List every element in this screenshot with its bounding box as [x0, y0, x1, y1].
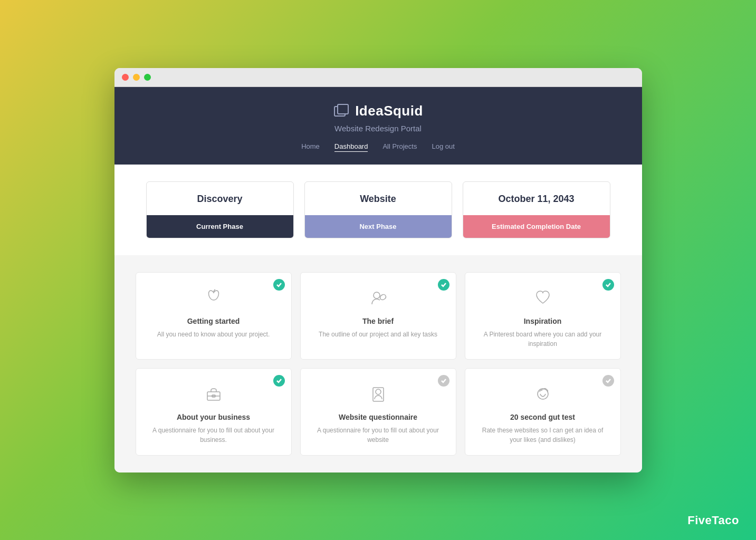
phase-completion-title: October 11, 2043 [463, 182, 610, 215]
task-check-getting-started [273, 279, 285, 291]
task-icon-brief [366, 285, 391, 311]
task-name-website-questionnaire: Website questionnaire [311, 413, 445, 421]
svg-point-8 [538, 389, 548, 399]
task-desc-inspiration: A Pinterest board where you can add your… [476, 330, 610, 349]
tasks-grid: Getting started All you need to know abo… [136, 272, 621, 456]
task-card-brief[interactable]: The brief The outline of our project and… [300, 272, 456, 360]
task-icon-website-questionnaire [366, 381, 391, 407]
task-card-gut-test[interactable]: 20 second gut test Rate these websites s… [465, 368, 621, 456]
task-name-inspiration: Inspiration [476, 317, 610, 325]
task-check-gut-test [602, 375, 614, 387]
phase-discovery-title: Discovery [147, 182, 293, 215]
task-name-business: About your business [147, 413, 281, 421]
svg-point-2 [374, 292, 380, 298]
task-card-website-questionnaire[interactable]: Website questionnaire A questionnaire fo… [300, 368, 456, 456]
phase-website-title: Website [305, 182, 452, 215]
logo-container: IdeaSquid [125, 103, 631, 120]
task-check-brief [438, 279, 449, 291]
app-subtitle: Website Redesign Portal [125, 124, 631, 133]
tasks-section: Getting started All you need to know abo… [114, 255, 642, 472]
window-titlebar [114, 68, 642, 87]
task-desc-getting-started: All you need to know about your project. [147, 330, 281, 339]
task-check-inspiration [602, 279, 614, 291]
main-nav: Home Dashboard All Projects Log out [125, 142, 631, 152]
task-icon-gut-test [530, 381, 556, 407]
nav-dashboard[interactable]: Dashboard [334, 142, 368, 152]
footer-brand: FiveTaco [687, 514, 739, 527]
close-button[interactable] [122, 74, 129, 81]
svg-point-7 [376, 389, 381, 394]
task-icon-inspiration [530, 285, 556, 311]
phase-website-badge: Next Phase [305, 215, 452, 238]
task-icon-getting-started [201, 285, 226, 311]
task-desc-website-questionnaire: A questionnaire for you to fill out abou… [311, 426, 445, 445]
nav-logout[interactable]: Log out [432, 142, 454, 152]
task-desc-gut-test: Rate these websites so I can get an idea… [476, 426, 610, 445]
task-desc-brief: The outline of our project and all key t… [311, 330, 445, 339]
minimize-button[interactable] [133, 74, 140, 81]
phase-card-completion: October 11, 2043 Estimated Completion Da… [463, 181, 610, 238]
task-check-business [273, 375, 285, 387]
app-window: IdeaSquid Website Redesign Portal Home D… [114, 68, 642, 472]
nav-home[interactable]: Home [301, 142, 320, 152]
task-card-inspiration[interactable]: Inspiration A Pinterest board where you … [465, 272, 621, 360]
phase-card-discovery: Discovery Current Phase [146, 181, 294, 238]
phase-card-website: Website Next Phase [304, 181, 452, 238]
task-name-gut-test: 20 second gut test [476, 413, 610, 421]
task-desc-business: A questionnaire for you to fill out abou… [147, 426, 281, 445]
app-header: IdeaSquid Website Redesign Portal Home D… [114, 87, 642, 165]
logo-icon [333, 103, 350, 120]
task-card-getting-started[interactable]: Getting started All you need to know abo… [136, 272, 292, 360]
nav-all-projects[interactable]: All Projects [382, 142, 417, 152]
task-name-brief: The brief [311, 317, 445, 325]
maximize-button[interactable] [144, 74, 151, 81]
app-title: IdeaSquid [355, 103, 423, 119]
task-check-website-questionnaire [438, 375, 449, 387]
task-icon-business [201, 381, 226, 407]
task-card-business[interactable]: About your business A questionnaire for … [136, 368, 292, 456]
phase-section: Discovery Current Phase Website Next Pha… [114, 165, 642, 255]
phase-completion-badge: Estimated Completion Date [463, 215, 610, 238]
task-name-getting-started: Getting started [147, 317, 281, 325]
phase-discovery-badge: Current Phase [147, 215, 293, 238]
svg-rect-1 [338, 104, 348, 114]
